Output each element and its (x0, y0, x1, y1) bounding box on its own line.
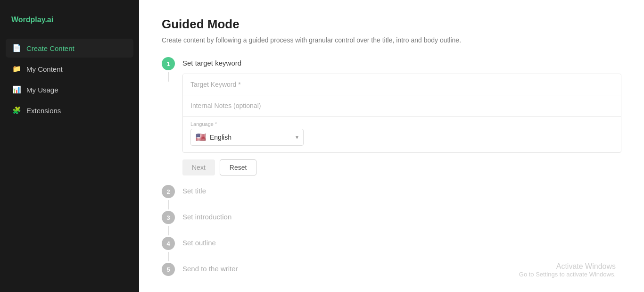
form-section: Language * 🇺🇸 English ▾ (182, 74, 621, 153)
step-left-4: 4 (162, 237, 175, 261)
step-line-3 (168, 226, 169, 235)
step-row-2: 2Set title (162, 185, 621, 211)
internal-notes-input[interactable] (183, 95, 621, 117)
logo-sub-text: .ai (45, 16, 53, 24)
reset-button[interactable]: Reset (220, 159, 257, 175)
step-row-3: 3Set introduction (162, 211, 621, 237)
step-left-2: 2 (162, 185, 175, 209)
chevron-down-icon: ▾ (296, 134, 298, 141)
language-value: English (210, 133, 292, 141)
step-label-2: Set title (182, 185, 621, 195)
sidebar-nav: 📄 Create Content 📁 My Content 📊 My Usage… (0, 39, 139, 120)
step-row-1: 1Set target keywordLanguage * 🇺🇸 English… (162, 57, 621, 185)
sidebar-item-label: My Usage (26, 86, 58, 94)
step-left-1: 1 (162, 57, 175, 82)
step-content-3: Set introduction (182, 211, 621, 237)
sidebar: Wordplay.ai 📄 Create Content 📁 My Conten… (0, 0, 139, 292)
step-label-4: Set outline (182, 237, 621, 247)
my-content-icon: 📁 (12, 65, 21, 73)
step-line-1 (168, 72, 169, 82)
sidebar-item-label: My Content (26, 65, 63, 73)
logo-main-text: Wordplay (11, 16, 45, 24)
step-label-5: Send to the writer (182, 263, 621, 273)
next-button[interactable]: Next (182, 159, 215, 175)
step-badge-4: 4 (162, 237, 175, 250)
sidebar-item-my-content[interactable]: 📁 My Content (6, 59, 133, 78)
step-content-2: Set title (182, 185, 621, 211)
language-select[interactable]: 🇺🇸 English ▾ (190, 129, 304, 146)
page-subtitle: Create content by following a guided pro… (162, 36, 621, 44)
step-badge-5: 5 (162, 263, 175, 276)
button-row: NextReset (182, 159, 621, 175)
logo: Wordplay.ai (0, 0, 139, 39)
step-badge-1: 1 (162, 57, 175, 70)
language-label: Language * (190, 121, 613, 127)
page-title: Guided Mode (162, 17, 621, 32)
target-keyword-input[interactable] (183, 74, 621, 95)
step-label-1: Set target keyword (182, 57, 621, 67)
step-content-1: Set target keywordLanguage * 🇺🇸 English … (182, 57, 621, 185)
step-content-4: Set outline (182, 237, 621, 263)
sidebar-item-my-usage[interactable]: 📊 My Usage (6, 80, 133, 99)
sidebar-item-create-content[interactable]: 📄 Create Content (6, 39, 133, 58)
step-row-5: 5Send to the writer (162, 263, 621, 289)
steps-container: 1Set target keywordLanguage * 🇺🇸 English… (162, 57, 621, 289)
flag-icon: 🇺🇸 (196, 132, 206, 142)
step-row-4: 4Set outline (162, 237, 621, 263)
extensions-icon: 🧩 (12, 106, 21, 115)
step-badge-3: 3 (162, 211, 175, 224)
step-label-3: Set introduction (182, 211, 621, 221)
my-usage-icon: 📊 (12, 85, 21, 94)
step-left-5: 5 (162, 263, 175, 276)
step-content-5: Send to the writer (182, 263, 621, 289)
language-row: Language * 🇺🇸 English ▾ (183, 117, 621, 152)
step-badge-2: 2 (162, 185, 175, 198)
main-content: Guided Mode Create content by following … (139, 0, 644, 292)
sidebar-item-label: Extensions (26, 107, 61, 115)
content-area: Guided Mode Create content by following … (139, 0, 644, 292)
sidebar-item-extensions[interactable]: 🧩 Extensions (6, 101, 133, 120)
step-left-3: 3 (162, 211, 175, 235)
create-content-icon: 📄 (12, 44, 21, 52)
step-line-2 (168, 200, 169, 209)
step-line-4 (168, 252, 169, 261)
sidebar-item-label: Create Content (26, 44, 74, 52)
